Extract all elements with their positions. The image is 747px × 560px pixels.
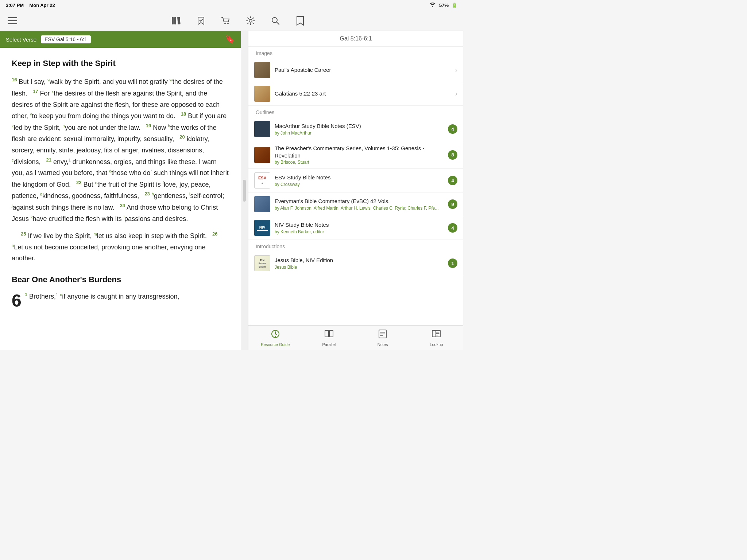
- svg-rect-14: [329, 330, 333, 337]
- gear-icon[interactable]: [244, 14, 257, 27]
- book-name-everyman: Everyman's Bible Commentary (EvBC) 42 Vo…: [275, 198, 444, 205]
- image-name-gal: Galatians 5:22-23 art: [275, 90, 451, 97]
- count-badge-preacher: 8: [448, 150, 457, 160]
- tab-label-notes: Notes: [378, 342, 388, 347]
- book-name-niv: NIV Study Bible Notes: [275, 221, 444, 229]
- verse-num-23: 23: [144, 191, 150, 197]
- image-item-gal[interactable]: Galatians 5:22-23 art ›: [248, 82, 463, 106]
- section-title-1: Keep in Step with the Spirit: [12, 57, 229, 70]
- book-info-niv: NIV Study Bible Notes by Kenneth Barker,…: [275, 221, 444, 234]
- outline-item-macarthur[interactable]: MacArthur Study Bible Notes (ESV) by Joh…: [248, 117, 463, 141]
- book-info-esv: ESV Study Bible Notes by Crossway: [275, 174, 444, 187]
- verse-25-text: 25 If we live by the Spirit, mlet us als…: [12, 230, 229, 264]
- bookmark-icon[interactable]: [294, 14, 307, 27]
- svg-rect-3: [172, 17, 174, 24]
- image-name-pauls: Paul's Apostolic Career: [275, 66, 451, 74]
- chapter-num-6: 6: [12, 292, 22, 310]
- center-scrollbar[interactable]: [241, 31, 248, 350]
- resource-header: Gal 5:16-6:1: [248, 31, 463, 47]
- cart-icon[interactable]: [219, 14, 232, 27]
- bible-text-area: Keep in Step with the Spirit 16 But I sa…: [0, 48, 241, 318]
- book-thumb-macarthur: [254, 121, 270, 137]
- chevron-right-icon-2: ›: [455, 90, 457, 98]
- verse-num-26: 26: [212, 231, 217, 237]
- tab-label-resource-guide: Resource Guide: [261, 342, 290, 347]
- svg-line-10: [276, 22, 279, 24]
- verse-num-21: 21: [46, 157, 51, 163]
- chapter-6-text: 6 1 Brothers,1 oif anyone is caught in a…: [12, 291, 229, 302]
- outline-item-niv[interactable]: NIV NIV Study Bible Notes by Kenneth Bar…: [248, 216, 463, 240]
- resource-header-title: Gal 5:16-6:1: [340, 35, 372, 42]
- verse-num-17: 17: [33, 89, 38, 94]
- book-name-macarthur: MacArthur Study Bible Notes (ESV): [275, 122, 444, 130]
- image-info-pauls: Paul's Apostolic Career: [275, 66, 451, 74]
- book-thumb-everyman: [254, 196, 270, 212]
- outline-item-esv[interactable]: ESV▲ ESV Study Bible Notes by Crossway 4: [248, 169, 463, 192]
- image-info-gal: Galatians 5:22-23 art: [275, 90, 451, 97]
- select-verse-bar[interactable]: Select Verse ESV Gal 5:16 - 6:1 🔖: [0, 31, 241, 48]
- verse-ref-badge: ESV Gal 5:16 - 6:1: [41, 35, 91, 43]
- book-name-esv: ESV Study Bible Notes: [275, 174, 444, 181]
- svg-rect-2: [8, 23, 17, 24]
- book-info-jesus: Jesus Bible, NIV Edition Jesus Bible: [275, 257, 444, 270]
- tab-lookup[interactable]: Lookup: [410, 326, 463, 350]
- bookmark-fill-icon[interactable]: 🔖: [225, 35, 235, 44]
- parallel-icon: [324, 329, 334, 341]
- notes-icon: [378, 329, 388, 341]
- tab-notes[interactable]: Notes: [356, 326, 410, 350]
- image-thumb-pauls: [254, 62, 270, 78]
- outline-item-everyman[interactable]: Everyman's Bible Commentary (EvBC) 42 Vo…: [248, 192, 463, 216]
- select-verse-label: Select Verse: [6, 36, 36, 43]
- tab-resource-guide[interactable]: Resource Guide: [248, 326, 302, 350]
- outline-item-preacher[interactable]: The Preacher's Commentary Series, Volume…: [248, 141, 463, 169]
- book-author-esv: by Crossway: [275, 182, 444, 187]
- library-icon[interactable]: [170, 14, 183, 27]
- menu-button[interactable]: [6, 14, 19, 27]
- book-author-jesus: Jesus Bible: [275, 265, 444, 270]
- svg-point-7: [227, 23, 229, 24]
- book-info-macarthur: MacArthur Study Bible Notes (ESV) by Joh…: [275, 122, 444, 136]
- book-name-preacher: The Preacher's Commentary Series, Volume…: [275, 145, 444, 159]
- svg-rect-1: [8, 20, 17, 21]
- verse-num-16: 16: [12, 77, 17, 82]
- verse-16-text: 16 But I say, vwalk by the Spirit, and y…: [12, 76, 229, 224]
- svg-rect-0: [8, 17, 17, 18]
- image-item-pauls[interactable]: Paul's Apostolic Career ›: [248, 58, 463, 82]
- book-author-preacher: by Briscoe, Stuart: [275, 160, 444, 165]
- battery-icon: 🔋: [452, 3, 457, 8]
- verse-num-22: 22: [76, 180, 81, 185]
- lookup-icon: [431, 329, 441, 341]
- verse-num-18: 18: [181, 111, 186, 117]
- svg-point-12: [275, 336, 276, 338]
- search-icon[interactable]: [269, 14, 282, 27]
- bookmarks-check-icon[interactable]: [194, 14, 208, 27]
- section-label-images: Images: [248, 47, 463, 58]
- count-badge-everyman: 9: [448, 199, 457, 209]
- tab-label-parallel: Parallel: [322, 342, 336, 347]
- top-toolbar: [0, 11, 463, 31]
- image-thumb-gal: [254, 86, 270, 102]
- tab-label-lookup: Lookup: [430, 342, 443, 347]
- intro-item-jesus[interactable]: TheJesusBible Jesus Bible, NIV Edition J…: [248, 252, 463, 275]
- book-thumb-esv: ESV▲: [254, 172, 270, 188]
- svg-rect-13: [325, 330, 329, 337]
- section-title-2: Bear One Another's Burdens: [12, 273, 229, 286]
- resource-guide-icon: [270, 329, 280, 341]
- verse-num-19: 19: [146, 123, 151, 128]
- resource-list: Images Paul's Apostolic Career › Galatia…: [248, 47, 463, 325]
- bottom-tab-bar: Resource Guide Parallel: [248, 325, 463, 350]
- verse-num-6-1: 1: [25, 292, 27, 297]
- status-bar: 3:07 PM Mon Apr 22 57% 🔋: [0, 0, 463, 11]
- battery: 57%: [439, 3, 449, 8]
- section-label-outlines: Outlines: [248, 106, 463, 117]
- svg-rect-5: [177, 17, 181, 24]
- book-thumb-niv: NIV: [254, 220, 270, 236]
- book-author-niv: by Kenneth Barker, editor: [275, 229, 444, 234]
- svg-point-6: [224, 23, 226, 24]
- verse-num-24: 24: [120, 203, 125, 208]
- tab-parallel[interactable]: Parallel: [302, 326, 356, 350]
- count-badge-niv: 4: [448, 223, 457, 233]
- bible-pane: Select Verse ESV Gal 5:16 - 6:1 🔖 Keep i…: [0, 31, 241, 350]
- count-badge-jesus: 1: [448, 258, 457, 268]
- date: Mon Apr 22: [29, 3, 55, 8]
